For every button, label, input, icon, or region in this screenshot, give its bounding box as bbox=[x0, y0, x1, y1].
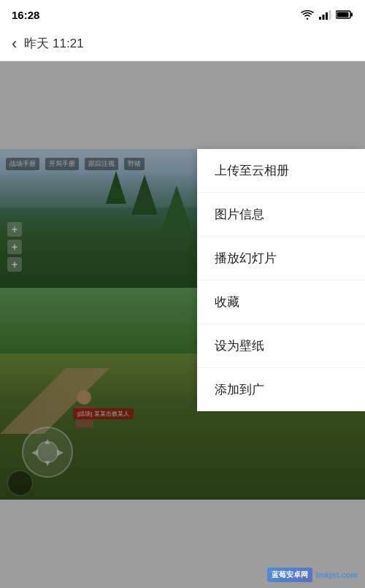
nav-bar: ‹ 昨天 11:21 bbox=[0, 26, 365, 61]
menu-item-favorite[interactable]: 收藏 bbox=[197, 280, 365, 324]
watermark-logo: 蓝莓安卓网 bbox=[267, 568, 312, 582]
svg-rect-1 bbox=[323, 15, 325, 20]
status-bar: 16:28 bbox=[0, 0, 365, 26]
signal-icon bbox=[318, 9, 331, 20]
menu-item-wallpaper[interactable]: 设为壁纸 bbox=[197, 324, 365, 368]
svg-rect-2 bbox=[326, 12, 328, 20]
menu-item-image-info[interactable]: 图片信息 bbox=[197, 193, 365, 237]
context-menu: 上传至云相册 图片信息 播放幻灯片 收藏 设为壁纸 添加到广 bbox=[197, 149, 365, 411]
main-content: 战场手册 开局手册 跟踪注视 野猪 11:35 136 + + + ▲ ▼ ◀ … bbox=[0, 61, 365, 588]
battery-icon bbox=[336, 9, 353, 20]
menu-item-upload-cloud[interactable]: 上传至云相册 bbox=[197, 149, 365, 193]
nav-title: 昨天 11:21 bbox=[24, 35, 83, 52]
svg-rect-5 bbox=[351, 13, 353, 17]
svg-rect-6 bbox=[337, 12, 349, 18]
watermark-site: lmkjst.com bbox=[316, 570, 358, 579]
status-time: 16:28 bbox=[12, 9, 39, 21]
svg-rect-3 bbox=[329, 10, 331, 20]
menu-item-add-to[interactable]: 添加到广 bbox=[197, 368, 365, 411]
watermark: 蓝莓安卓网 lmkjst.com bbox=[267, 568, 358, 582]
back-button[interactable]: ‹ bbox=[12, 34, 17, 53]
menu-item-slideshow[interactable]: 播放幻灯片 bbox=[197, 237, 365, 280]
svg-rect-0 bbox=[319, 17, 321, 20]
wifi-icon bbox=[301, 9, 314, 20]
status-icons bbox=[301, 9, 353, 20]
